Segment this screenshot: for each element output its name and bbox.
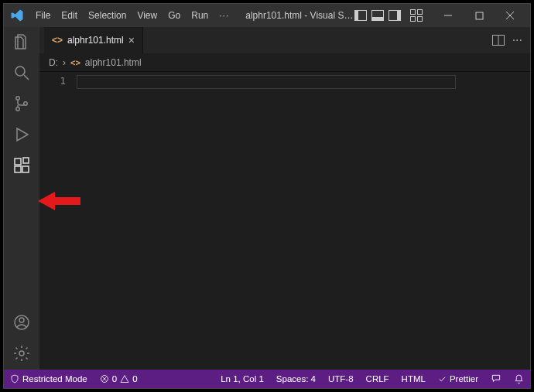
- svg-line-15: [24, 75, 29, 80]
- panel-bottom-icon[interactable]: [371, 9, 385, 22]
- close-tab-icon[interactable]: ×: [128, 34, 135, 46]
- tab-bar: <> alphr101.html × ···: [39, 27, 530, 53]
- accounts-icon[interactable]: [12, 312, 32, 332]
- settings-gear-icon[interactable]: [12, 343, 32, 363]
- tab-alphr101[interactable]: <> alphr101.html ×: [44, 27, 143, 53]
- title-bar: File Edit Selection View Go Run ··· alph…: [4, 4, 530, 27]
- status-feedback-icon[interactable]: [484, 373, 508, 384]
- svg-point-14: [15, 66, 25, 76]
- search-icon[interactable]: [12, 63, 32, 83]
- menu-run[interactable]: Run: [186, 10, 214, 21]
- panel-right-icon[interactable]: [388, 9, 402, 22]
- explorer-icon[interactable]: [12, 32, 32, 52]
- menu-selection[interactable]: Selection: [83, 10, 132, 21]
- status-indent[interactable]: Spaces: 4: [270, 374, 322, 383]
- close-button[interactable]: [495, 4, 525, 27]
- svg-rect-7: [418, 10, 423, 15]
- maximize-button[interactable]: [464, 4, 495, 27]
- window-title: alphr101.html - Visual S…: [234, 10, 354, 21]
- source-control-icon[interactable]: [12, 94, 32, 114]
- status-language[interactable]: HTML: [395, 374, 432, 383]
- svg-rect-5: [397, 11, 400, 20]
- svg-rect-19: [15, 159, 21, 165]
- svg-point-16: [16, 97, 19, 100]
- menu-more[interactable]: ···: [214, 10, 234, 21]
- code-content[interactable]: [77, 72, 530, 370]
- editor-line-1[interactable]: [77, 75, 456, 89]
- breadcrumb-filename: alphr101.html: [85, 57, 142, 68]
- svg-rect-21: [22, 166, 29, 172]
- svg-rect-1: [355, 11, 358, 20]
- line-number-1: 1: [39, 75, 66, 87]
- svg-rect-20: [15, 166, 21, 172]
- status-encoding[interactable]: UTF-8: [322, 374, 360, 383]
- code-editor[interactable]: 1: [39, 72, 530, 370]
- html-file-icon: <>: [52, 35, 63, 46]
- status-notifications-icon[interactable]: [508, 374, 530, 384]
- svg-rect-22: [23, 158, 29, 163]
- run-debug-icon[interactable]: [12, 124, 32, 145]
- html-file-icon: <>: [70, 58, 80, 67]
- split-editor-icon[interactable]: [492, 35, 505, 46]
- svg-rect-11: [476, 12, 483, 19]
- svg-rect-6: [411, 10, 416, 15]
- menu-file[interactable]: File: [30, 10, 56, 21]
- status-bar: Restricted Mode 0 0 Ln 1, Col 1 Spaces: …: [4, 370, 530, 388]
- breadcrumb[interactable]: D: › <> alphr101.html: [39, 53, 530, 72]
- panel-left-icon[interactable]: [354, 9, 368, 22]
- vscode-logo-icon: [10, 9, 24, 22]
- svg-rect-8: [411, 17, 416, 22]
- chevron-right-icon: ›: [63, 57, 66, 68]
- activity-bar: [4, 27, 39, 370]
- svg-point-18: [24, 102, 27, 105]
- window-controls: [433, 4, 525, 27]
- status-prettier[interactable]: Prettier: [432, 374, 484, 383]
- line-gutter: 1: [39, 72, 77, 370]
- menu-edit[interactable]: Edit: [56, 10, 83, 21]
- customize-layout-icon[interactable]: [409, 9, 423, 22]
- menu-view[interactable]: View: [132, 10, 163, 21]
- editor-area: <> alphr101.html × ··· D: › <> alphr101.…: [39, 27, 530, 370]
- svg-point-24: [19, 318, 24, 322]
- svg-rect-9: [418, 17, 423, 22]
- status-problems[interactable]: 0 0: [94, 374, 144, 383]
- breadcrumb-drive: D:: [49, 57, 58, 68]
- extensions-icon[interactable]: [12, 155, 32, 176]
- tab-actions-more-icon[interactable]: ···: [512, 33, 522, 47]
- menu-go[interactable]: Go: [163, 10, 186, 21]
- svg-rect-3: [372, 17, 383, 20]
- svg-point-25: [19, 351, 24, 356]
- svg-point-17: [16, 107, 19, 111]
- status-restricted-mode[interactable]: Restricted Mode: [4, 374, 94, 383]
- status-line-col[interactable]: Ln 1, Col 1: [214, 374, 270, 383]
- status-eol[interactable]: CRLF: [360, 374, 395, 383]
- tab-label: alphr101.html: [67, 35, 124, 46]
- layout-toggle-group: [354, 9, 402, 22]
- minimize-button[interactable]: [433, 4, 464, 27]
